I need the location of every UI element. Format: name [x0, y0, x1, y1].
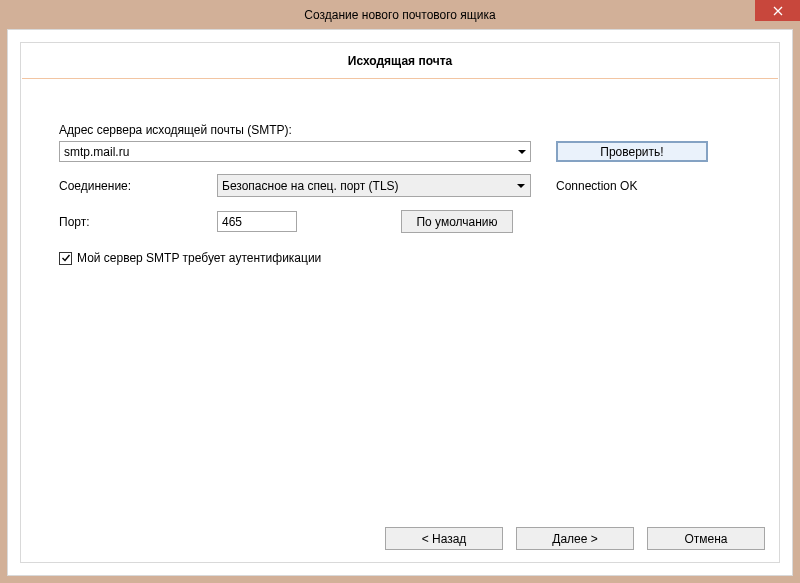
smtp-label: Адрес сервера исходящей почты (SMTP):: [59, 123, 741, 137]
smtp-dropdown-button[interactable]: [513, 142, 530, 161]
port-input[interactable]: [217, 211, 297, 232]
wizard-footer: < Назад Далее > Отмена: [385, 527, 765, 550]
smtp-server-input[interactable]: [59, 141, 531, 162]
close-icon: [773, 6, 783, 16]
verify-button[interactable]: Проверить!: [556, 141, 708, 162]
connection-value: Безопасное на спец. порт (TLS): [222, 179, 399, 193]
port-label: Порт:: [59, 215, 217, 229]
auth-required-label: Мой сервер SMTP требует аутентификации: [77, 251, 321, 265]
window-title: Создание нового почтового ящика: [0, 8, 800, 22]
connection-dropdown-button[interactable]: [512, 175, 530, 196]
chevron-down-icon: [518, 150, 526, 154]
checkmark-icon: [61, 253, 71, 263]
next-button[interactable]: Далее >: [516, 527, 634, 550]
connection-status: Connection OK: [556, 179, 637, 193]
titlebar[interactable]: Создание нового почтового ящика: [0, 0, 800, 29]
default-port-button[interactable]: По умолчанию: [401, 210, 513, 233]
connection-label: Соединение:: [59, 179, 217, 193]
outer-frame: Исходящая почта Адрес сервера исходящей …: [7, 29, 793, 576]
auth-required-checkbox[interactable]: [59, 252, 72, 265]
back-button[interactable]: < Назад: [385, 527, 503, 550]
section-heading: Исходящая почта: [21, 43, 779, 78]
smtp-server-combobox[interactable]: [59, 141, 531, 162]
chevron-down-icon: [517, 184, 525, 188]
form-area: Адрес сервера исходящей почты (SMTP): Пр…: [59, 123, 741, 265]
close-button[interactable]: [755, 0, 800, 21]
connection-select[interactable]: Безопасное на спец. порт (TLS): [217, 174, 531, 197]
heading-divider: [22, 78, 778, 79]
mailbox-wizard-window: Создание нового почтового ящика Исходяща…: [0, 0, 800, 583]
inner-frame: Исходящая почта Адрес сервера исходящей …: [20, 42, 780, 563]
cancel-button[interactable]: Отмена: [647, 527, 765, 550]
